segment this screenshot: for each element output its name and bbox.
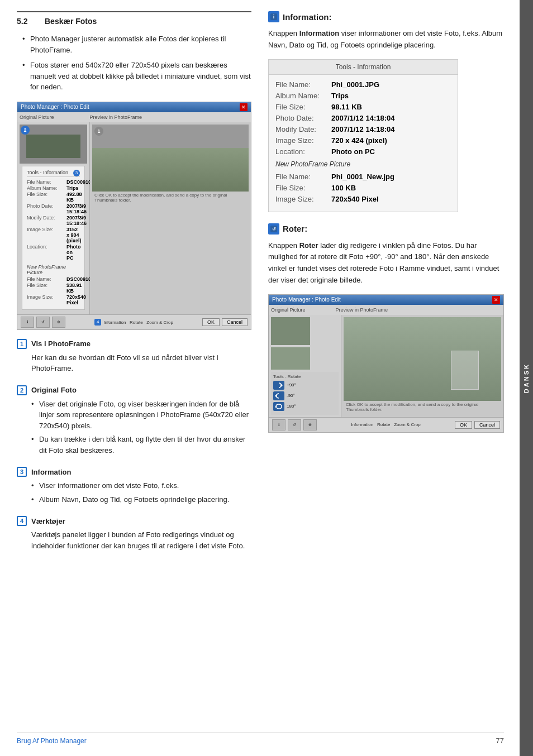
rotate-minus90-btn[interactable]: -90°: [273, 391, 336, 400]
numbered-item-2: 2 Original Foto Viser det originale Foto…: [17, 385, 251, 456]
info-row: Image Size: 3152 x 904 (pixel): [27, 227, 80, 243]
info-row: Album Name: Trips: [27, 185, 80, 191]
rotate-window-close-button[interactable]: ✕: [492, 296, 500, 304]
toolbar-buttons: OK Cancel: [202, 318, 248, 326]
rotate-window-body: Tools - Rotate +90°: [269, 315, 503, 417]
rotate-left-panel-label: Original Picture: [271, 307, 306, 313]
rotate-180-icon: [273, 402, 284, 411]
toolbar-label: 4 Information Rotate Zoom & Crop: [94, 319, 173, 326]
rotate-toolbar-icon-2[interactable]: ↺: [288, 419, 301, 430]
new-table-row-imagesize: Image Size: 720x540 Pixel: [275, 195, 451, 203]
numbered-item-4: 4 Værktøjer Værktøjs panelet ligger i bu…: [17, 516, 251, 551]
number-badge-2: 2: [17, 385, 27, 395]
main-content: 5.2 Beskær Fotos Photo Manager justerer …: [0, 0, 533, 585]
item-4-header: 4 Værktøjer: [17, 516, 251, 526]
item-3-bullets: Viser informationer om det viste Foto, f…: [31, 480, 251, 505]
rotate-preview-photo: [344, 317, 501, 401]
new-info-row: Image Size: 720x540 Pixel: [27, 294, 80, 305]
item-2-bullets: Viser det originale Foto, og viser beskæ…: [31, 399, 251, 456]
info-row: Modify Date: 2007/3/9 15:18:46: [27, 215, 80, 226]
rotate-180-label: 180°: [287, 404, 296, 409]
ok-button[interactable]: OK: [202, 318, 220, 326]
svg-text:↺: ↺: [272, 227, 276, 232]
rotate-180-btn[interactable]: 180°: [273, 402, 336, 411]
rotate-plus90-label: +90°: [287, 382, 296, 387]
number-badge-1: 1: [17, 339, 27, 349]
item-4-body: Værktøjs panelet ligger i bunden af Foto…: [17, 529, 251, 551]
rotate-minus90-label: -90°: [287, 393, 295, 398]
new-table-row-filename: File Name: Phi_0001_New.jpg: [275, 173, 451, 181]
svg-marker-4: [281, 384, 283, 387]
table-row-imagesize: Image Size: 720 x 424 (pixel): [275, 136, 451, 145]
rotate-plus90-btn[interactable]: +90°: [273, 381, 336, 390]
item-4-title: Værktøjer: [31, 517, 65, 525]
table-row-album: Album Name: Trips: [275, 92, 451, 100]
info-toolbar-icon-2[interactable]: ℹ: [272, 419, 285, 430]
info-row: File Name: DSC00910.JPG: [27, 179, 80, 185]
item-2-header: 2 Original Foto: [17, 385, 251, 395]
number-badge-4: 4: [17, 516, 27, 526]
tools-information-table: Tools - Information File Name: Phi_0001.…: [268, 59, 458, 212]
footer-text: Brug Af Photo Manager: [17, 737, 87, 745]
tools-table-body: File Name: Phi_0001.JPG Album Name: Trip…: [269, 75, 458, 212]
roter-section-header: ↺ Roter:: [268, 223, 504, 235]
rotate-window-toolbar: ℹ ↺ ⊕ Information Rotate Zoom & Crop OK …: [269, 417, 503, 432]
item-2-bullet-1: Viser det originale Foto, og viser beskæ…: [31, 399, 251, 432]
table-row-filesize: File Size: 98.11 KB: [275, 103, 451, 111]
page-container: 5.2 Beskær Fotos Photo Manager justerer …: [0, 0, 533, 756]
rotate-cancel-button[interactable]: Cancel: [474, 421, 500, 429]
svg-marker-5: [275, 394, 277, 398]
item-3-bullet-2: Album Navn, Dato og Tid, og Fotoets opri…: [31, 494, 251, 505]
item-2-body: Viser det originale Foto, og viser beskæ…: [17, 399, 251, 456]
badge-2: 2: [21, 126, 30, 135]
information-paragraph: Knappen Information viser informationer …: [268, 28, 504, 51]
roter-section: ↺ Roter: Knappen Roter lader dig rediger…: [268, 223, 504, 433]
roter-paragraph: Knappen Roter lader dig redigere i vinkl…: [268, 240, 504, 286]
page-number: 77: [496, 736, 504, 745]
info-row: Location: Photo on PC: [27, 244, 80, 261]
dansk-label: DANSK: [523, 363, 530, 393]
rotate-minus90-icon: [273, 391, 284, 400]
numbered-item-1: 1 Vis i PhotoFrame Her kan du se hvordan…: [17, 339, 251, 374]
hint-text: Click OK to accept the modification, and…: [92, 192, 249, 204]
rotate-window-title: Photo Manager : Photo Edit: [272, 296, 341, 303]
item-1-body: Her kan du se hvordan dit Foto vil se ud…: [17, 352, 251, 374]
tools-info-title-small: Tools - Information 3: [27, 170, 80, 177]
original-photo: 2: [20, 125, 87, 164]
item-1-header: 1 Vis i PhotoFrame: [17, 339, 251, 349]
rotate-toolbar-icons: ℹ ↺ ⊕: [272, 419, 317, 430]
table-row-modifydate: Modify Date: 2007/1/12 14:18:04: [275, 125, 451, 133]
new-info-row: File Name: DSC00910_New.jpg: [27, 276, 80, 282]
roter-title: Roter:: [283, 224, 307, 233]
zoom-crop-toolbar-icon-2[interactable]: ⊕: [303, 419, 317, 430]
window-title: Photo Manager : Photo Edit: [21, 104, 89, 110]
information-icon: i: [268, 11, 279, 22]
bullet-1: Photo Manager justerer automatisk alle F…: [22, 34, 251, 55]
cancel-button[interactable]: Cancel: [222, 318, 248, 326]
info-toolbar-icon[interactable]: ℹ: [21, 317, 34, 328]
window-titlebar: Photo Manager : Photo Edit ✕: [17, 102, 251, 112]
rotate-ok-button[interactable]: OK: [455, 421, 472, 429]
tools-table-title: Tools - Information: [269, 60, 458, 75]
section-heading: 5.2 Beskær Fotos: [17, 11, 251, 26]
window-close-button[interactable]: ✕: [240, 103, 248, 111]
tools-info-small: Tools - Information 3 File Name: DSC0091…: [22, 166, 85, 310]
badge-1: 1: [94, 127, 103, 136]
svg-text:i: i: [273, 14, 275, 20]
intro-bullets: Photo Manager justerer automatisk alle F…: [17, 34, 251, 93]
rotate-toolbar-icon[interactable]: ↺: [36, 317, 50, 328]
right-panel: 1 Click OK to accept the modification, a…: [90, 122, 251, 314]
screenshot-window-crop: Photo Manager : Photo Edit ✕ Original Pi…: [17, 102, 251, 330]
rotate-plus90-icon: [273, 381, 284, 390]
information-title: Information:: [283, 12, 332, 22]
table-row-filename: File Name: Phi_0001.JPG: [275, 80, 451, 89]
zoom-crop-toolbar-icon[interactable]: ⊕: [52, 317, 65, 328]
left-panel: 2 Tools - Information 3 File Name:: [17, 122, 90, 314]
dansk-sidebar: DANSK: [520, 0, 533, 756]
info-section-header: i Information:: [268, 11, 504, 22]
table-row-location: Location: Photo on PC: [275, 147, 451, 156]
badge-4-icon: 4: [94, 319, 101, 326]
rotate-original-small: [271, 317, 310, 345]
item-3-bullet-1: Viser informationer om det viste Foto, f…: [31, 480, 251, 491]
table-row-photodate: Photo Date: 2007/1/12 14:18:04: [275, 114, 451, 122]
